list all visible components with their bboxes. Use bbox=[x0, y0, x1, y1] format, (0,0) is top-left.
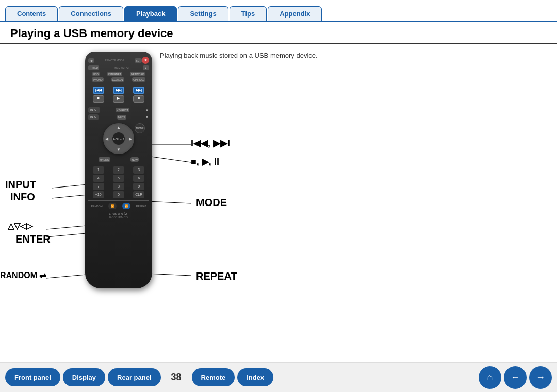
btn-7: 7 bbox=[93, 183, 104, 190]
pause-btn: ⏸ bbox=[133, 95, 144, 103]
volume-direct-btn: V.DIRECT bbox=[116, 108, 129, 112]
main-content: Playing back music stored on a USB memor… bbox=[0, 44, 557, 359]
up-btn: ▲ bbox=[143, 65, 149, 70]
front-panel-btn[interactable]: Front panel bbox=[5, 368, 60, 386]
separator-2 bbox=[88, 105, 149, 105]
stop-btn: ■ bbox=[93, 95, 104, 103]
model-label: RC001PMCD bbox=[88, 216, 149, 219]
nav-circle: ▲ ▼ ◀ ▶ ENTER bbox=[88, 123, 149, 154]
numpad-row-2: 4 5 6 bbox=[88, 175, 149, 182]
remote-body: ⏻ REMOTE MODE SET ⏻ TUNER TUNER / MUSIC … bbox=[85, 52, 152, 288]
macro-row: MACRO NEW bbox=[88, 157, 149, 162]
btn-clear: CLR bbox=[133, 191, 144, 198]
network-btn: NETWORK bbox=[130, 72, 145, 76]
btn-plus10: +10 bbox=[93, 191, 104, 198]
page-number: 38 bbox=[163, 372, 189, 383]
internet-btn: INTERNET bbox=[107, 72, 122, 76]
btn-9: 9 bbox=[133, 183, 144, 190]
numpad-row-1: 1 2 3 bbox=[88, 166, 149, 174]
play-btn: ▶ bbox=[113, 95, 124, 103]
nav-circle-outer: ▲ ▼ ◀ ▶ ENTER bbox=[103, 123, 134, 154]
brand-label: marantz bbox=[88, 211, 149, 216]
index-btn[interactable]: Index bbox=[237, 368, 273, 386]
tuner-row: TUNER TUNER / MUSIC ▲ bbox=[88, 65, 149, 70]
input-btn: INPUT bbox=[88, 107, 100, 113]
back-btn[interactable]: ← bbox=[504, 366, 527, 389]
tab-appendix[interactable]: Appendix bbox=[268, 6, 322, 21]
playback-row: ■ ▶ ⏸ bbox=[88, 95, 149, 103]
info-callout: INFO bbox=[10, 191, 35, 203]
skip-search-label: I◀◀, ▶▶I bbox=[191, 138, 230, 149]
setup-btn: SET bbox=[135, 58, 142, 63]
btn-4: 4 bbox=[93, 175, 104, 182]
tab-tips[interactable]: Tips bbox=[230, 6, 267, 21]
remote-btn[interactable]: Remote bbox=[192, 368, 235, 386]
mute-btn: MUTE bbox=[117, 115, 126, 120]
phono-row: PHONO COAXIAL OPTICAL bbox=[88, 77, 149, 82]
forward-btn[interactable]: → bbox=[529, 366, 552, 389]
top-navigation: Contents Connections Playback Settings T… bbox=[0, 0, 557, 22]
btn-2: 2 bbox=[113, 166, 124, 174]
btn-3: 3 bbox=[133, 166, 144, 174]
numpad-row-3: 7 8 9 bbox=[88, 183, 149, 190]
btn-1: 1 bbox=[93, 166, 104, 174]
info-btn: INFO bbox=[88, 114, 99, 120]
repeat-btn: 🔁 bbox=[122, 203, 130, 209]
nav-left: ◀ bbox=[105, 137, 108, 141]
rear-panel-btn[interactable]: Rear panel bbox=[108, 368, 160, 386]
nav-up: ▲ bbox=[117, 125, 121, 130]
display-btn[interactable]: Display bbox=[63, 368, 105, 386]
btn-5: 5 bbox=[113, 175, 124, 182]
usb-btn: USB bbox=[92, 72, 100, 76]
tab-playback[interactable]: Playback bbox=[124, 6, 177, 21]
separator-3 bbox=[88, 164, 149, 164]
top-right-btn: ⏻ bbox=[142, 57, 149, 64]
separator-4 bbox=[88, 200, 149, 201]
mode-nav-area: MODE ▲ ▼ ◀ ▶ ENTER bbox=[88, 123, 149, 154]
info-row: INFO MUTE ▼ bbox=[88, 114, 149, 120]
separator-1 bbox=[88, 84, 149, 84]
source-row: USB INTERNET NETWORK bbox=[88, 72, 149, 76]
home-btn[interactable]: ⌂ bbox=[479, 366, 501, 389]
random-repeat-row: RANDOM 🔀 🔁 REPEAT bbox=[88, 203, 149, 209]
optical-btn: OPTICAL bbox=[132, 77, 145, 82]
btn-0: 0 bbox=[113, 191, 124, 198]
vol-up-btn: ▲ bbox=[145, 108, 149, 112]
mode-callout: MODE bbox=[196, 197, 227, 209]
macro-btn: MACRO bbox=[99, 157, 110, 162]
nav-down: ▼ bbox=[117, 147, 121, 152]
tab-settings[interactable]: Settings bbox=[178, 6, 228, 21]
nav-arrows-callout: △▽◁▷ bbox=[8, 221, 32, 231]
src-btn: NEW bbox=[130, 157, 139, 162]
input-row: INPUT V.DIRECT ▲ bbox=[88, 107, 149, 113]
coaxial-btn: COAXIAL bbox=[111, 77, 125, 82]
input-callout: INPUT bbox=[5, 179, 36, 191]
remote-top-row: ⏻ REMOTE MODE SET ⏻ bbox=[88, 57, 149, 64]
tab-contents[interactable]: Contents bbox=[5, 6, 58, 21]
nav-right: ▶ bbox=[129, 137, 132, 141]
repeat-callout: REPEAT bbox=[196, 270, 237, 282]
numpad-row-4: +10 0 CLR bbox=[88, 191, 149, 198]
tab-connections[interactable]: Connections bbox=[59, 6, 123, 21]
page-title: Playing a USB memory device bbox=[0, 22, 557, 44]
skip-next-btn: ▶▶| bbox=[113, 87, 124, 94]
random-callout: RANDOM ⇌ bbox=[0, 270, 46, 280]
vol-down-btn: ▼ bbox=[145, 115, 149, 120]
random-btn: 🔀 bbox=[108, 203, 117, 209]
bottom-navigation: Front panel Display Rear panel 38 Remote… bbox=[0, 362, 557, 392]
search-btn: ▶▶| bbox=[133, 87, 144, 94]
remote-control-image: ⏻ REMOTE MODE SET ⏻ TUNER TUNER / MUSIC … bbox=[41, 52, 196, 353]
enter-callout: ENTER bbox=[15, 233, 51, 245]
playback-label: ■, ▶, II bbox=[191, 156, 219, 167]
btn-6: 6 bbox=[133, 175, 144, 182]
power-btn: ⏻ bbox=[88, 58, 94, 63]
skip-transport-row: |◀◀ ▶▶| ▶▶| bbox=[88, 87, 149, 94]
btn-8: 8 bbox=[113, 183, 124, 190]
phono-btn: PHONO bbox=[92, 77, 103, 82]
skip-prev-btn: |◀◀ bbox=[93, 87, 104, 94]
tuner-btn: TUNER bbox=[88, 65, 99, 70]
enter-btn: ENTER bbox=[112, 132, 125, 145]
